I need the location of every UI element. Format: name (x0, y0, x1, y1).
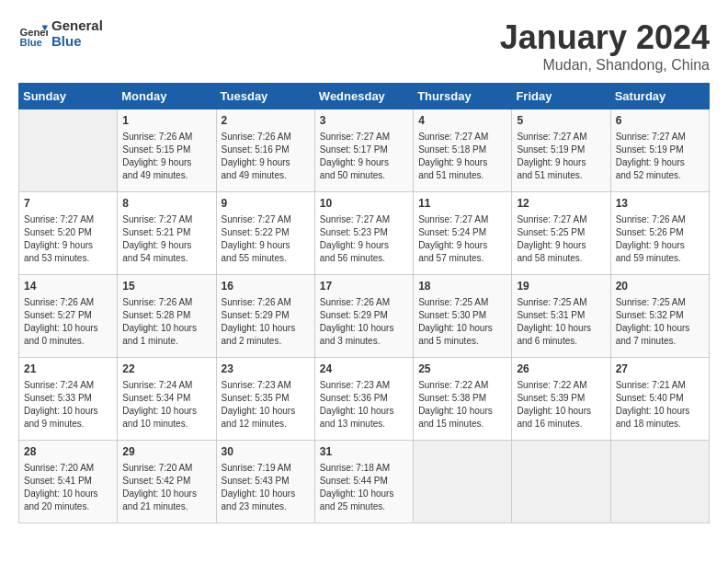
day-number: 13 (616, 196, 704, 212)
day-cell: 8Sunrise: 7:27 AMSunset: 5:21 PMDaylight… (118, 192, 216, 275)
day-cell: 31Sunrise: 7:18 AMSunset: 5:44 PMDayligh… (314, 441, 413, 523)
day-cell: 28Sunrise: 7:20 AMSunset: 5:41 PMDayligh… (19, 441, 118, 523)
day-info: Sunrise: 7:26 AMSunset: 5:29 PMDaylight:… (320, 296, 408, 348)
day-info: Sunrise: 7:18 AMSunset: 5:44 PMDaylight:… (320, 462, 408, 513)
day-cell: 30Sunrise: 7:19 AMSunset: 5:43 PMDayligh… (216, 441, 314, 523)
weekday-header-row: SundayMondayTuesdayWednesdayThursdayFrid… (19, 84, 710, 109)
day-cell: 2Sunrise: 7:26 AMSunset: 5:16 PMDaylight… (216, 109, 314, 192)
day-number: 20 (616, 279, 704, 294)
day-number: 28 (24, 444, 112, 460)
logo-line2: Blue (51, 34, 103, 50)
day-info: Sunrise: 7:27 AMSunset: 5:24 PMDaylight:… (418, 213, 506, 265)
day-info: Sunrise: 7:24 AMSunset: 5:34 PMDaylight:… (122, 379, 210, 431)
day-number: 31 (320, 444, 408, 460)
day-number: 15 (122, 279, 210, 294)
day-number: 17 (320, 279, 408, 294)
day-cell: 27Sunrise: 7:21 AMSunset: 5:40 PMDayligh… (610, 358, 709, 441)
svg-text:Blue: Blue (20, 36, 42, 47)
day-info: Sunrise: 7:27 AMSunset: 5:21 PMDaylight:… (122, 213, 210, 265)
day-info: Sunrise: 7:22 AMSunset: 5:38 PMDaylight:… (418, 379, 506, 431)
page-header: General Blue General Blue January 2024 M… (18, 18, 710, 74)
day-cell: 4Sunrise: 7:27 AMSunset: 5:18 PMDaylight… (414, 109, 512, 192)
day-info: Sunrise: 7:27 AMSunset: 5:22 PMDaylight:… (222, 213, 310, 265)
day-cell (19, 109, 118, 192)
day-number: 24 (320, 362, 408, 377)
day-cell: 9Sunrise: 7:27 AMSunset: 5:22 PMDaylight… (216, 192, 314, 275)
weekday-header-monday: Monday (118, 84, 216, 109)
day-number: 19 (517, 279, 605, 294)
weekday-header-friday: Friday (512, 84, 610, 109)
day-cell: 24Sunrise: 7:23 AMSunset: 5:36 PMDayligh… (314, 358, 413, 441)
day-info: Sunrise: 7:26 AMSunset: 5:28 PMDaylight:… (122, 296, 210, 348)
title-block: January 2024 Mudan, Shandong, China (500, 18, 710, 74)
day-cell: 29Sunrise: 7:20 AMSunset: 5:42 PMDayligh… (118, 441, 216, 523)
day-number: 25 (418, 362, 506, 377)
week-row-3: 14Sunrise: 7:26 AMSunset: 5:27 PMDayligh… (19, 275, 710, 358)
calendar-subtitle: Mudan, Shandong, China (500, 57, 710, 74)
week-row-4: 21Sunrise: 7:24 AMSunset: 5:33 PMDayligh… (19, 358, 710, 441)
day-info: Sunrise: 7:25 AMSunset: 5:32 PMDaylight:… (616, 296, 704, 348)
day-number: 23 (222, 362, 310, 377)
day-number: 12 (517, 196, 605, 212)
day-cell: 13Sunrise: 7:26 AMSunset: 5:26 PMDayligh… (610, 192, 709, 275)
weekday-header-thursday: Thursday (414, 84, 512, 109)
day-info: Sunrise: 7:27 AMSunset: 5:19 PMDaylight:… (517, 131, 605, 182)
day-cell: 7Sunrise: 7:27 AMSunset: 5:20 PMDaylight… (19, 192, 118, 275)
weekday-header-wednesday: Wednesday (314, 84, 413, 109)
day-cell: 18Sunrise: 7:25 AMSunset: 5:30 PMDayligh… (414, 275, 512, 358)
day-info: Sunrise: 7:27 AMSunset: 5:25 PMDaylight:… (517, 213, 605, 265)
day-cell: 12Sunrise: 7:27 AMSunset: 5:25 PMDayligh… (512, 192, 610, 275)
calendar-title: January 2024 (500, 18, 710, 57)
day-cell: 17Sunrise: 7:26 AMSunset: 5:29 PMDayligh… (314, 275, 413, 358)
day-cell: 22Sunrise: 7:24 AMSunset: 5:34 PMDayligh… (118, 358, 216, 441)
day-info: Sunrise: 7:20 AMSunset: 5:41 PMDaylight:… (24, 462, 112, 513)
day-cell: 23Sunrise: 7:23 AMSunset: 5:35 PMDayligh… (216, 358, 314, 441)
day-info: Sunrise: 7:23 AMSunset: 5:35 PMDaylight:… (222, 379, 310, 431)
day-number: 14 (24, 279, 112, 294)
day-number: 21 (24, 362, 112, 377)
weekday-header-saturday: Saturday (610, 84, 709, 109)
day-cell: 5Sunrise: 7:27 AMSunset: 5:19 PMDaylight… (512, 109, 610, 192)
day-info: Sunrise: 7:26 AMSunset: 5:26 PMDaylight:… (616, 213, 704, 265)
day-number: 26 (517, 362, 605, 377)
day-cell (414, 441, 512, 523)
day-cell: 25Sunrise: 7:22 AMSunset: 5:38 PMDayligh… (414, 358, 512, 441)
day-info: Sunrise: 7:24 AMSunset: 5:33 PMDaylight:… (24, 379, 112, 431)
day-cell: 14Sunrise: 7:26 AMSunset: 5:27 PMDayligh… (19, 275, 118, 358)
day-cell: 20Sunrise: 7:25 AMSunset: 5:32 PMDayligh… (610, 275, 709, 358)
day-info: Sunrise: 7:25 AMSunset: 5:30 PMDaylight:… (418, 296, 506, 348)
day-info: Sunrise: 7:26 AMSunset: 5:29 PMDaylight:… (222, 296, 310, 348)
day-number: 30 (222, 444, 310, 460)
day-number: 16 (222, 279, 310, 294)
day-number: 4 (418, 113, 506, 129)
day-number: 2 (222, 113, 310, 129)
day-cell: 11Sunrise: 7:27 AMSunset: 5:24 PMDayligh… (414, 192, 512, 275)
weekday-header-sunday: Sunday (19, 84, 118, 109)
day-info: Sunrise: 7:27 AMSunset: 5:20 PMDaylight:… (24, 213, 112, 265)
logo: General Blue General Blue (18, 18, 103, 49)
day-number: 29 (122, 444, 210, 460)
day-info: Sunrise: 7:22 AMSunset: 5:39 PMDaylight:… (517, 379, 605, 431)
day-number: 3 (320, 113, 408, 129)
logo-icon: General Blue (18, 19, 48, 49)
week-row-5: 28Sunrise: 7:20 AMSunset: 5:41 PMDayligh… (19, 441, 710, 523)
day-cell: 21Sunrise: 7:24 AMSunset: 5:33 PMDayligh… (19, 358, 118, 441)
day-cell: 19Sunrise: 7:25 AMSunset: 5:31 PMDayligh… (512, 275, 610, 358)
day-cell: 10Sunrise: 7:27 AMSunset: 5:23 PMDayligh… (314, 192, 413, 275)
day-cell (512, 441, 610, 523)
day-info: Sunrise: 7:27 AMSunset: 5:23 PMDaylight:… (320, 213, 408, 265)
day-cell: 1Sunrise: 7:26 AMSunset: 5:15 PMDaylight… (118, 109, 216, 192)
day-info: Sunrise: 7:27 AMSunset: 5:19 PMDaylight:… (616, 131, 704, 182)
day-info: Sunrise: 7:20 AMSunset: 5:42 PMDaylight:… (122, 462, 210, 513)
day-info: Sunrise: 7:27 AMSunset: 5:18 PMDaylight:… (418, 131, 506, 182)
day-number: 5 (517, 113, 605, 129)
day-cell: 3Sunrise: 7:27 AMSunset: 5:17 PMDaylight… (314, 109, 413, 192)
day-info: Sunrise: 7:26 AMSunset: 5:15 PMDaylight:… (122, 131, 210, 182)
day-number: 27 (616, 362, 704, 377)
day-number: 9 (222, 196, 310, 212)
day-number: 11 (418, 196, 506, 212)
day-info: Sunrise: 7:19 AMSunset: 5:43 PMDaylight:… (222, 462, 310, 513)
day-info: Sunrise: 7:27 AMSunset: 5:17 PMDaylight:… (320, 131, 408, 182)
day-cell: 15Sunrise: 7:26 AMSunset: 5:28 PMDayligh… (118, 275, 216, 358)
logo-line1: General (51, 18, 103, 34)
